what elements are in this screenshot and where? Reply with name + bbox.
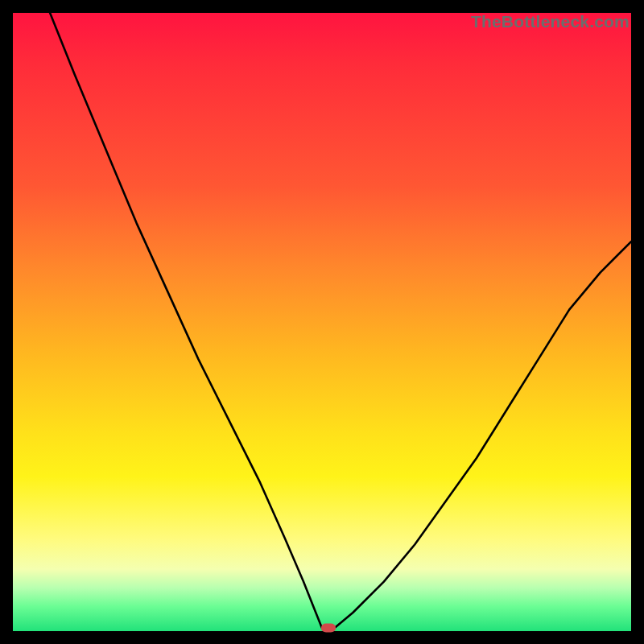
bottleneck-curve bbox=[13, 13, 631, 631]
chart-frame: TheBottleneck.com bbox=[0, 0, 644, 644]
curve-path bbox=[50, 13, 631, 628]
plot-area: TheBottleneck.com bbox=[13, 13, 631, 631]
minimum-marker bbox=[321, 624, 336, 633]
